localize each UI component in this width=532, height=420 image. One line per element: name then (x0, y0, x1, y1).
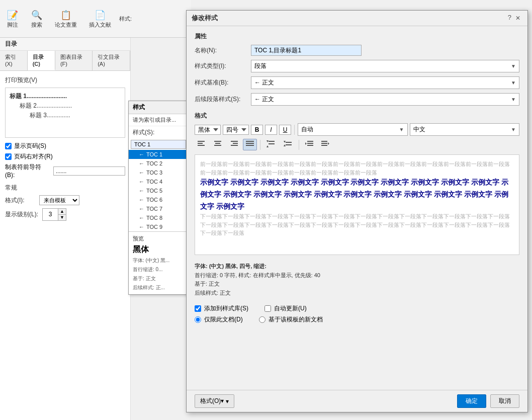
radio-template-label: 基于该模板的新文档 (269, 315, 323, 324)
level-label: 显示级别(L): (5, 210, 38, 219)
insert-citation-button[interactable]: 📄 插入文献 (85, 7, 115, 31)
decrease-indent-button[interactable] (302, 139, 316, 150)
styles-popup: 样式 请为索引或目录... 样式(S): TOC 1 ← TOC 1 ← TOC… (128, 101, 189, 295)
toc-settings: 打印预览(V) 标题 1........................ 标题 … (0, 71, 130, 229)
svg-rect-0 (198, 141, 205, 142)
tab-index[interactable]: 索引(X) (0, 51, 28, 70)
svg-marker-19 (284, 144, 286, 146)
styles-list: ← TOC 1 ← TOC 2 ← TOC 3 ← TOC 4 ← TOC 5 … (129, 150, 188, 231)
style-item-toc4[interactable]: ← TOC 4 (129, 177, 188, 186)
left-panel: 目录 索引(X) 目录(C) 图表目录(F) 引文目录(A) 打印预览(V) 标… (0, 38, 131, 420)
format-select[interactable]: 来自模板 (39, 195, 79, 205)
dialog-title: 修改样式 (192, 14, 218, 23)
page-right-align-row: 页码右对齐(R) (5, 152, 125, 161)
align-justify-button[interactable] (243, 139, 257, 150)
panel-tabs: 索引(X) 目录(C) 图表目录(F) 引文目录(A) (0, 51, 130, 71)
panel-title: 目录 (0, 38, 130, 51)
tab-figures[interactable]: 图表目录(F) (55, 51, 93, 70)
style-item-toc1[interactable]: ← TOC 1 (129, 150, 188, 159)
style-item-toc5[interactable]: ← TOC 5 (129, 186, 188, 195)
increase-indent-icon (321, 140, 329, 147)
style-item-toc7[interactable]: ← TOC 7 (129, 204, 188, 213)
italic-button[interactable]: I (265, 125, 277, 135)
show-page-num-checkbox[interactable] (5, 143, 12, 149)
preview-info-2: 首行缩进: 0... (133, 266, 184, 273)
style-item-toc9[interactable]: ← TOC 9 (129, 222, 188, 231)
format-section: 格式 黑体 四号 B I U 自动 ▼ 中 (195, 112, 519, 324)
thesis-check-button[interactable]: 📋 论文查重 (51, 7, 81, 31)
name-label: 名称(N): (195, 45, 245, 56)
svg-rect-16 (286, 142, 292, 143)
svg-marker-18 (284, 141, 286, 143)
bold-button[interactable]: B (251, 125, 263, 135)
footnote-label: 脚注 (7, 21, 18, 29)
add-to-gallery-checkbox[interactable] (195, 305, 201, 312)
font-select[interactable]: 黑体 (195, 125, 221, 135)
style-base-row: ← 正文 ▼ (251, 76, 519, 89)
toolbar: 📝 脚注 🔍 搜索 📋 论文查重 📄 插入文献 样式: (0, 0, 191, 38)
search-button[interactable]: 🔍 搜索 (27, 7, 47, 31)
style-preview-area: 前一段落前一段落前一段落前一段落前一段落前一段落前一段落前一段落前一段落前一段落… (195, 154, 519, 255)
styles-current-input[interactable]: TOC 1 (131, 140, 186, 149)
toolbar-divider-1 (294, 125, 295, 135)
tab-leader-input[interactable] (53, 166, 125, 176)
dialog-controls: ? ✕ (508, 14, 522, 23)
align-left-button[interactable] (195, 139, 209, 150)
format-menu-button[interactable]: 格式(O)▾ ▾ (195, 394, 234, 408)
line-spacing-double-button[interactable] (263, 139, 279, 150)
radio-this-doc[interactable] (195, 316, 201, 323)
line-spacing-single-button[interactable] (281, 139, 296, 150)
spin-down-button[interactable]: ▼ (58, 215, 66, 220)
font-toolbar: 黑体 四号 B I U 自动 ▼ 中文 ▼ (195, 123, 519, 136)
style-type-select[interactable]: 段落 ▼ (251, 60, 519, 72)
radio-template[interactable] (259, 316, 265, 323)
align-center-button[interactable] (211, 139, 225, 150)
auto-update-checkbox[interactable] (264, 305, 271, 312)
dropdown-arrow-icon: ▾ (226, 398, 229, 405)
following-style-row: ← 正文 ▼ (251, 93, 519, 106)
modify-style-dialog: 修改样式 ? ✕ 属性 名称(N): 样式类型(I): 段落 ▼ 样式基准(B) (186, 10, 528, 412)
style-base-label: 样式基准(B): (195, 76, 245, 89)
style-item-toc8[interactable]: ← TOC 8 (129, 213, 188, 222)
size-select[interactable]: 四号 (223, 125, 249, 135)
style-item-toc3[interactable]: ← TOC 3 (129, 168, 188, 177)
footnote-button[interactable]: 📝 脚注 (3, 7, 23, 31)
svg-rect-12 (269, 141, 275, 142)
tab-toc[interactable]: 目录(C) (28, 51, 55, 70)
color-select[interactable]: 自动 ▼ (298, 123, 408, 136)
style-base-select[interactable]: ← 正文 ▼ (251, 76, 519, 89)
page-right-align-checkbox[interactable] (5, 153, 12, 160)
description-line-3: 后续样式: 正文 (195, 290, 231, 296)
align-right-icon (230, 140, 238, 147)
name-input[interactable] (251, 45, 362, 56)
cancel-button[interactable]: 取消 (490, 394, 519, 408)
spin-buttons: ▲ ▼ (58, 209, 66, 220)
style-type-arrow: ▼ (511, 63, 516, 69)
tab-citations[interactable]: 引文目录(A) (93, 51, 130, 70)
underline-button[interactable]: U (279, 125, 291, 135)
svg-rect-8 (231, 145, 238, 146)
help-button[interactable]: ? (508, 14, 511, 23)
search-icon: 🔍 (31, 9, 43, 21)
toolbar-divider-3 (299, 140, 299, 150)
ok-button[interactable]: 确定 (457, 394, 486, 408)
close-button[interactable]: ✕ (513, 14, 522, 23)
following-style-select[interactable]: ← 正文 ▼ (251, 93, 519, 106)
search-label: 搜索 (31, 21, 42, 29)
spin-up-button[interactable]: ▲ (58, 209, 66, 215)
align-toolbar (195, 139, 519, 150)
style-item-toc2[interactable]: ← TOC 2 (129, 159, 188, 168)
style-type-row: 段落 ▼ (251, 60, 519, 72)
svg-rect-13 (269, 143, 275, 144)
level-input[interactable] (43, 209, 58, 220)
increase-indent-button[interactable] (318, 139, 332, 150)
format-label: 格式(I): (5, 196, 35, 205)
align-right-button[interactable] (227, 139, 241, 150)
preview-line-2: 标题 2..................... (10, 102, 121, 110)
dialog-titlebar: 修改样式 ? ✕ (187, 11, 527, 26)
style-base-arrow: ▼ (511, 80, 516, 86)
general-section: 常规 格式(I): 来自模板 显示级别(L): ▲ ▼ (5, 184, 125, 221)
style-item-toc6[interactable]: ← TOC 6 (129, 195, 188, 204)
lang-select[interactable]: 中文 ▼ (410, 123, 520, 136)
footnote-icon: 📝 (7, 9, 19, 21)
